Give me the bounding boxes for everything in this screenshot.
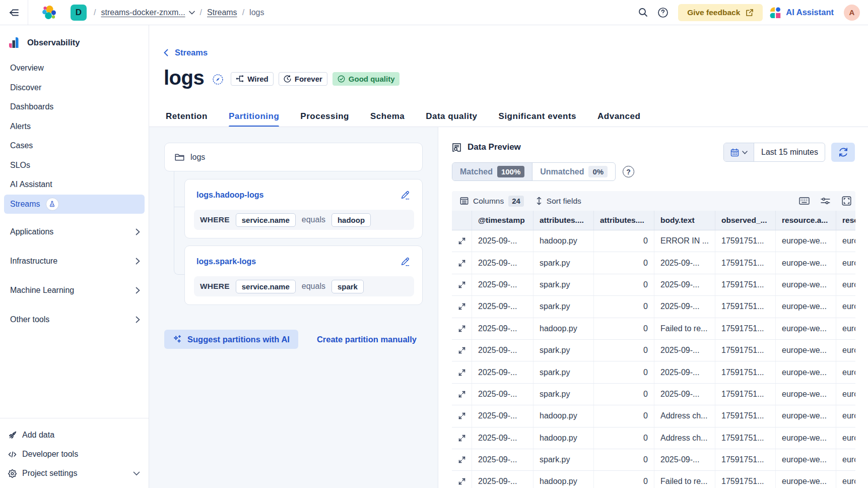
expand-row-icon[interactable] [456, 389, 468, 400]
refresh-button[interactable] [831, 143, 855, 162]
grid-cell[interactable]: 0 [594, 340, 654, 361]
expand-row-icon[interactable] [456, 454, 468, 465]
grid-cell[interactable]: 2025-09-... [654, 384, 715, 405]
expand-row-icon[interactable] [456, 410, 468, 421]
grid-cell[interactable]: spark.py [533, 361, 594, 383]
grid-cell[interactable]: 2025-09-... [472, 428, 533, 449]
expand-row-icon[interactable] [456, 323, 468, 334]
tab-advanced[interactable]: Advanced [597, 107, 640, 127]
fullscreen-icon[interactable] [841, 196, 852, 207]
grid-cell[interactable]: 0 [594, 318, 654, 339]
tab-partitioning[interactable]: Partitioning [229, 107, 279, 127]
expand-row-icon[interactable] [456, 345, 468, 356]
grid-cell[interactable]: 17591751... [715, 230, 776, 252]
grid-cell[interactable]: europe-we... [776, 296, 836, 317]
compass-icon[interactable] [212, 74, 224, 85]
grid-cell[interactable]: 17591751... [715, 318, 776, 339]
partition-link-hadoop[interactable]: logs.hadoop-logs [196, 191, 263, 200]
grid-cell[interactable]: 2025-09-... [472, 405, 533, 426]
help-button[interactable] [653, 3, 673, 23]
date-picker-calendar-button[interactable] [724, 143, 754, 161]
grid-cell[interactable]: europe-we... [836, 405, 855, 426]
grid-cell[interactable]: europe-we... [776, 318, 836, 339]
grid-cell[interactable]: 17591751... [715, 274, 776, 295]
grid-cell[interactable]: 0 [594, 296, 654, 317]
grid-cell[interactable]: 2025-09-... [654, 361, 715, 383]
edit-pencil-icon[interactable] [400, 257, 413, 267]
sidebar-item-project-settings[interactable]: Project settings [0, 464, 149, 483]
grid-cell[interactable]: 2025-09-... [654, 449, 715, 470]
grid-cell[interactable]: 2025-09-... [472, 361, 533, 383]
columns-button[interactable]: Columns 24 [460, 196, 524, 207]
grid-cell[interactable]: europe-we... [776, 384, 836, 405]
tab-processing[interactable]: Processing [300, 107, 349, 127]
grid-cell[interactable]: europe-we... [776, 471, 836, 488]
grid-header-cell[interactable]: observed_... [715, 211, 776, 230]
create-partition-button[interactable]: Create partition manually [317, 335, 417, 344]
sidebar-item-add-data[interactable]: Add data [0, 425, 149, 445]
value-chip[interactable]: hadoop [331, 213, 371, 227]
collapse-menu-button[interactable] [0, 0, 28, 25]
root-stream-card[interactable]: logs [164, 143, 423, 171]
grid-cell[interactable]: ERROR IN ... [654, 230, 715, 252]
grid-cell[interactable]: europe-we... [776, 428, 836, 449]
grid-cell[interactable]: 17591751... [715, 449, 776, 470]
grid-cell[interactable]: 2025-09-... [654, 274, 715, 295]
grid-cell[interactable]: europe-we... [836, 318, 855, 339]
help-icon[interactable]: ? [623, 166, 634, 177]
grid-cell[interactable]: 2025-09-... [472, 318, 533, 339]
grid-cell[interactable]: 2025-09-... [472, 252, 533, 273]
grid-cell[interactable]: 17591751... [715, 361, 776, 383]
grid-cell[interactable]: hadoop.py [533, 405, 594, 426]
grid-cell[interactable]: europe-we... [836, 252, 855, 273]
sort-fields-button[interactable]: Sort fields [536, 197, 581, 206]
expand-row-icon[interactable] [456, 433, 468, 444]
expand-row-icon[interactable] [456, 301, 468, 312]
grid-cell[interactable]: europe-we... [776, 361, 836, 383]
back-to-streams-link[interactable]: Streams [164, 48, 208, 57]
sidebar-item-alerts[interactable]: Alerts [4, 117, 145, 137]
sidebar-item-streams[interactable]: Streams [4, 195, 145, 214]
grid-cell[interactable]: spark.py [533, 340, 594, 361]
grid-cell[interactable]: europe-we... [836, 230, 855, 252]
give-feedback-button[interactable]: Give feedback [678, 4, 763, 21]
grid-cell[interactable]: spark.py [533, 449, 594, 470]
grid-cell[interactable]: 0 [594, 449, 654, 470]
unmatched-toggle[interactable]: Unmatched 0% [532, 163, 615, 180]
grid-cell[interactable]: europe-we... [836, 296, 855, 317]
grid-cell[interactable]: 17591751... [715, 340, 776, 361]
grid-cell[interactable]: hadoop.py [533, 230, 594, 252]
grid-cell[interactable]: 2025-09-... [472, 384, 533, 405]
sidebar-item-dashboards[interactable]: Dashboards [4, 97, 145, 117]
grid-cell[interactable]: europe-we... [836, 361, 855, 383]
sidebar-item-developer-tools[interactable]: Developer tools [0, 445, 149, 464]
grid-cell[interactable]: 0 [594, 274, 654, 295]
avatar[interactable]: A [844, 5, 860, 21]
sidebar-item-ai-assistant[interactable]: AI Assistant [4, 175, 145, 195]
grid-cell[interactable]: spark.py [533, 274, 594, 295]
grid-cell[interactable]: europe-we... [836, 471, 855, 488]
grid-cell[interactable]: 17591751... [715, 384, 776, 405]
grid-cell[interactable]: Address ch... [654, 428, 715, 449]
grid-cell[interactable]: 2025-09-... [472, 449, 533, 470]
grid-cell[interactable]: 2025-09-... [472, 340, 533, 361]
grid-cell[interactable]: 17591751... [715, 428, 776, 449]
expand-row-icon[interactable] [456, 279, 468, 290]
suggest-partitions-button[interactable]: Suggest partitions with AI [164, 330, 298, 349]
grid-cell[interactable]: 0 [594, 428, 654, 449]
breadcrumb-project[interactable]: streams-docker-znxm... [101, 8, 194, 17]
grid-header-cell[interactable]: attributes.... [594, 211, 654, 230]
grid-cell[interactable]: 2025-09-... [654, 252, 715, 273]
grid-header-cell[interactable]: attributes.... [533, 211, 594, 230]
sidebar-group-machine-learning[interactable]: Machine Learning [0, 276, 149, 305]
expand-row-icon[interactable] [456, 258, 468, 269]
grid-header-cell[interactable]: resource.a... [776, 211, 836, 230]
grid-cell[interactable]: 17591751... [715, 405, 776, 426]
grid-cell[interactable]: europe-we... [776, 274, 836, 295]
field-chip[interactable]: service.name [236, 280, 296, 293]
expand-row-icon[interactable] [456, 476, 468, 487]
sidebar-item-slos[interactable]: SLOs [4, 156, 145, 175]
search-button[interactable] [633, 3, 653, 23]
grid-cell[interactable]: hadoop.py [533, 471, 594, 488]
grid-cell[interactable]: europe-we... [836, 384, 855, 405]
